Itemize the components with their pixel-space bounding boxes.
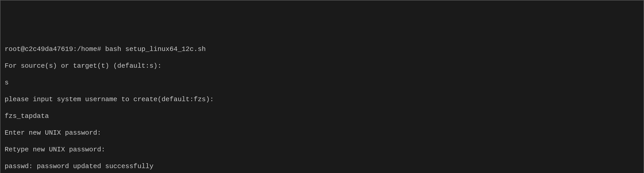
- terminal-line: s: [5, 79, 639, 87]
- terminal-line: Retype new UNIX password:: [5, 145, 639, 154]
- terminal-line: root@c2c49da47619:/home# bash setup_linu…: [5, 45, 639, 54]
- terminal-line: Enter new UNIX password:: [5, 129, 639, 137]
- terminal-window[interactable]: root@c2c49da47619:/home# bash setup_linu…: [1, 35, 643, 173]
- terminal-line: fzs_tapdata: [5, 112, 639, 120]
- terminal-line: please input system username to create(d…: [5, 95, 639, 104]
- terminal-line: For source(s) or target(t) (default:s):: [5, 62, 639, 70]
- terminal-line: passwd: password updated successfully: [5, 162, 639, 171]
